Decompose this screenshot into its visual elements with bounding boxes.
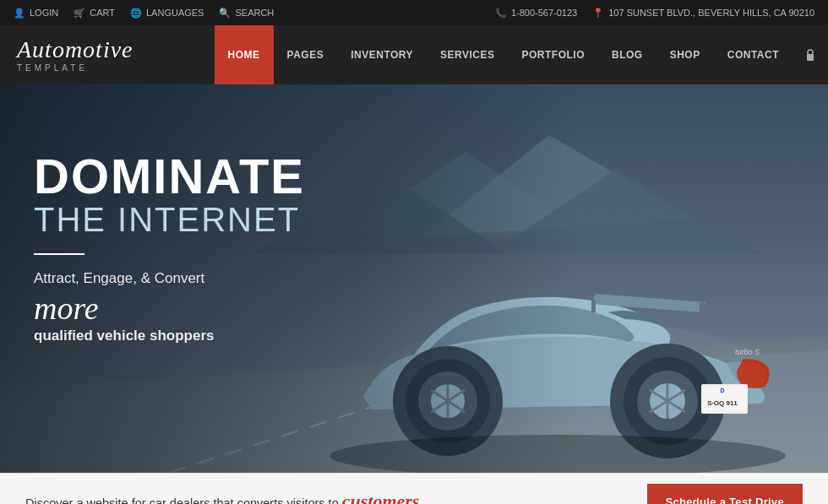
top-bar: 👤 LOGIN 🛒 CART 🌐 LANGUAGES 🔍 SEARCH 📞 1-… xyxy=(0,0,828,25)
nav-item-contact[interactable]: CONTACT xyxy=(714,25,793,84)
hero-divider xyxy=(34,253,84,255)
bottom-text-before: Discover a website for car dealers that … xyxy=(25,496,339,504)
login-link[interactable]: 👤 LOGIN xyxy=(14,8,58,19)
main-nav: HOME PAGES INVENTORY SERVICES PORTFOLIO … xyxy=(152,25,828,84)
languages-link[interactable]: 🌐 LANGUAGES xyxy=(130,8,204,19)
person-icon: 👤 xyxy=(14,8,25,19)
nav-item-blog[interactable]: BLOG xyxy=(598,25,656,84)
hero-section: D S·OQ 911 turbo S DOMINATE THE INTERNET… xyxy=(0,84,828,473)
address-text: 107 SUNSET BLVD., BEVERLY HILLS, CA 9021… xyxy=(608,8,814,18)
cart-link[interactable]: 🛒 CART xyxy=(74,8,115,19)
address-info: 📍 107 SUNSET BLVD., BEVERLY HILLS, CA 90… xyxy=(592,8,814,19)
logo-subtext: TEMPLATE xyxy=(17,63,135,73)
logo-text[interactable]: Automotive xyxy=(17,38,135,62)
header: Automotive TEMPLATE HOME PAGES INVENTORY… xyxy=(0,25,828,84)
hero-title-sub: THE INTERNET xyxy=(34,201,305,238)
nav-item-services[interactable]: SERVICES xyxy=(427,25,508,84)
phone-info: 📞 1-800-567-0123 xyxy=(495,8,577,19)
languages-label: LANGUAGES xyxy=(146,8,204,18)
search-label: SEARCH xyxy=(235,8,274,18)
search-icon: 🔍 xyxy=(219,8,231,19)
hero-content: DOMINATE THE INTERNET Attract, Engage, &… xyxy=(34,152,305,344)
phone-number: 1-800-567-0123 xyxy=(511,8,577,18)
bottom-text: Discover a website for car dealers that … xyxy=(25,490,419,504)
nav-item-pages[interactable]: PAGES xyxy=(274,25,338,84)
logo-area: Automotive TEMPLATE xyxy=(0,25,152,84)
cart-label: CART xyxy=(90,8,115,18)
nav-item-shop[interactable]: SHOP xyxy=(656,25,714,84)
nav-item-portfolio[interactable]: PORTFOLIO xyxy=(509,25,599,84)
top-bar-left: 👤 LOGIN 🛒 CART 🌐 LANGUAGES 🔍 SEARCH xyxy=(14,8,274,19)
bottom-bar: Discover a website for car dealers that … xyxy=(0,473,828,504)
lock-icon[interactable] xyxy=(793,25,828,84)
hero-desc-italic: more xyxy=(34,292,305,324)
location-icon: 📍 xyxy=(592,8,604,19)
cta-button[interactable]: Schedule a Test Drive xyxy=(647,484,803,505)
cart-icon: 🛒 xyxy=(74,8,85,19)
hero-title-main: DOMINATE xyxy=(34,152,305,201)
login-label: LOGIN xyxy=(30,8,58,18)
top-bar-right: 📞 1-800-567-0123 📍 107 SUNSET BLVD., BEV… xyxy=(495,8,814,19)
nav-item-home[interactable]: HOME xyxy=(215,25,274,84)
hero-desc-line2: qualified vehicle shoppers xyxy=(34,328,305,344)
svg-rect-0 xyxy=(807,54,814,61)
phone-icon: 📞 xyxy=(495,8,507,19)
search-link[interactable]: 🔍 SEARCH xyxy=(219,8,274,19)
hero-desc-line1: Attract, Engage, & Convert xyxy=(34,270,305,287)
nav-item-inventory[interactable]: INVENTORY xyxy=(337,25,427,84)
bottom-text-italic: customers xyxy=(342,490,420,504)
globe-icon: 🌐 xyxy=(130,8,142,19)
